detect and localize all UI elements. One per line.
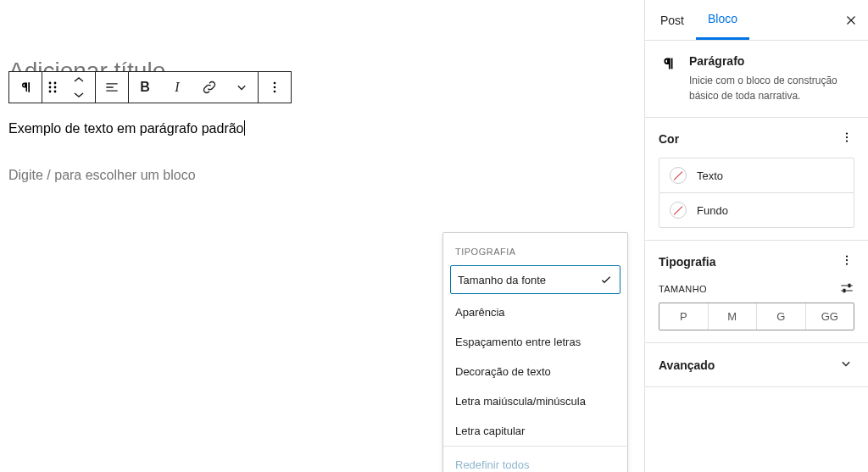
svg-point-2 (54, 82, 57, 85)
move-down-button[interactable] (63, 87, 95, 103)
svg-point-11 (846, 132, 848, 134)
popover-item-label: Aparência (455, 306, 505, 319)
block-description: Inicie com o bloco de construção básico … (689, 73, 854, 103)
popover-item-letter-spacing[interactable]: Espaçamento entre letras (443, 327, 627, 357)
size-preset-gg[interactable]: GG (805, 303, 854, 330)
tab-post[interactable]: Post (648, 0, 696, 40)
svg-point-12 (846, 136, 848, 138)
svg-rect-17 (849, 284, 851, 288)
block-info: Parágrafo Inicie com o bloco de construç… (645, 41, 868, 118)
svg-point-5 (49, 91, 52, 93)
svg-point-9 (274, 91, 276, 93)
svg-point-1 (49, 82, 52, 85)
link-button[interactable] (193, 72, 225, 103)
popover-title: TIPOGRAFIA (443, 233, 627, 265)
block-type-button[interactable] (9, 72, 42, 103)
italic-button[interactable]: I (161, 72, 193, 103)
move-up-button[interactable] (63, 72, 95, 87)
block-toolbar: B I (8, 71, 292, 103)
svg-point-8 (274, 86, 276, 89)
popover-item-label: Tamanho da fonte (458, 274, 546, 286)
size-settings-button[interactable] (839, 282, 854, 296)
paragraph-block[interactable]: Exemplo de texto em parágrafo padrão (8, 120, 245, 136)
panel-title: Avançado (659, 358, 715, 372)
popover-reset-all[interactable]: Redefinir todos (443, 446, 627, 472)
svg-point-15 (846, 259, 848, 261)
tab-block[interactable]: Bloco (696, 0, 749, 40)
svg-point-14 (846, 255, 848, 257)
drag-handle[interactable] (42, 72, 63, 103)
more-vertical-icon (839, 253, 854, 268)
svg-rect-0 (28, 82, 30, 92)
sidebar-tabs: Post Bloco (645, 0, 868, 41)
paragraph-icon (659, 54, 677, 103)
empty-block-placeholder[interactable]: Digite / para escolher um bloco (8, 168, 196, 183)
svg-rect-10 (671, 58, 673, 69)
color-label: Texto (697, 169, 723, 182)
popover-item-font-size[interactable]: Tamanho da fonte (450, 265, 620, 294)
size-preset-p[interactable]: P (659, 303, 708, 330)
more-vertical-icon (839, 130, 854, 145)
popover-item-label: Espaçamento entre letras (455, 336, 581, 348)
typography-options-popover: TIPOGRAFIA Tamanho da fonte Aparência Es… (442, 232, 628, 472)
size-preset-g[interactable]: G (756, 303, 805, 330)
popover-item-label: Decoração de texto (455, 365, 551, 378)
bold-button[interactable]: B (129, 72, 161, 103)
popover-item-decoration[interactable]: Decoração de texto (443, 357, 627, 386)
chevron-down-icon (837, 355, 854, 375)
align-button[interactable] (96, 72, 128, 103)
color-swatch-empty-icon (670, 202, 687, 219)
chevron-down-icon (233, 79, 250, 96)
size-preset-m[interactable]: M (708, 303, 757, 330)
svg-point-3 (49, 86, 52, 89)
panel-title: Tipografia (659, 255, 715, 269)
panel-title: Cor (659, 132, 679, 146)
svg-point-13 (846, 140, 848, 142)
link-icon (201, 79, 218, 96)
advanced-panel-toggle[interactable]: Avançado (645, 343, 868, 387)
svg-point-4 (54, 86, 57, 89)
options-button[interactable] (259, 72, 291, 103)
check-icon (599, 273, 613, 286)
color-panel: Cor Texto Fundo (645, 118, 868, 241)
color-options-button[interactable] (839, 130, 854, 147)
settings-sidebar: Post Bloco Parágrafo Inicie com o bloco … (644, 0, 868, 472)
popover-item-label: Letra capitular (455, 425, 525, 437)
close-sidebar-button[interactable] (841, 10, 861, 31)
paragraph-icon (17, 79, 34, 96)
popover-item-drop-cap[interactable]: Letra capitular (443, 416, 627, 446)
typography-options-button[interactable] (839, 253, 854, 270)
svg-point-6 (54, 91, 57, 93)
text-color-control[interactable]: Texto (659, 158, 854, 193)
block-title: Parágrafo (689, 54, 854, 68)
popover-item-appearance[interactable]: Aparência (443, 297, 627, 327)
more-rich-text-button[interactable] (225, 72, 258, 103)
size-label: TAMANHO (659, 284, 707, 294)
svg-point-16 (846, 263, 848, 264)
popover-item-label: Letra maiúscula/minúscula (455, 395, 586, 408)
more-vertical-icon (266, 79, 283, 96)
color-swatch-empty-icon (670, 167, 687, 184)
color-label: Fundo (697, 204, 728, 217)
svg-rect-18 (843, 289, 846, 293)
font-size-preset-group: P M G GG (659, 303, 854, 330)
svg-point-7 (274, 82, 276, 85)
sliders-icon (839, 282, 854, 294)
align-icon (103, 79, 120, 96)
close-icon (843, 13, 859, 28)
typography-panel: Tipografia TAMANHO P M G GG (645, 241, 868, 343)
popover-item-letter-case[interactable]: Letra maiúscula/minúscula (443, 386, 627, 416)
background-color-control[interactable]: Fundo (659, 192, 854, 228)
